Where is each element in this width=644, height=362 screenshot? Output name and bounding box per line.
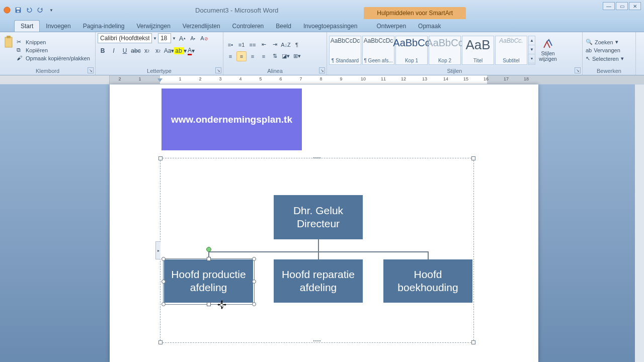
smartart-handle-bottom[interactable] [312, 340, 321, 344]
font-color-button[interactable]: A▾ [186, 46, 196, 56]
banner-shape[interactable]: www.ondernemingsplan.tk [162, 88, 302, 150]
align-left-button[interactable]: ≡ [225, 51, 235, 61]
style-kop2[interactable]: AaBbCcKop 2 [429, 36, 461, 65]
resize-handle-bm[interactable] [207, 302, 211, 306]
paragraph-dialog-launcher[interactable]: ↘ [319, 67, 325, 73]
clipboard-dialog-launcher[interactable]: ↘ [88, 67, 94, 73]
ribbon: ✂Knippen ⧉Kopiëren 🖌Opmaak kopiëren/plak… [0, 32, 644, 75]
copy-button[interactable]: ⧉Kopiëren [17, 47, 90, 54]
decrease-indent-button[interactable]: ⇤ [259, 40, 269, 50]
styles-scroll-down[interactable]: ▼ [529, 45, 535, 54]
org-node-director[interactable]: Dhr. Geluk Directeur [274, 195, 363, 239]
tab-beeld[interactable]: Beeld [270, 21, 297, 32]
style-geen-afstand[interactable]: AaBbCcDc¶ Geen afs... [362, 36, 394, 65]
minimize-button[interactable]: — [603, 2, 615, 10]
redo-icon[interactable] [36, 6, 44, 14]
grow-font-button[interactable]: A▴ [177, 34, 188, 43]
resize-handle-bl[interactable] [162, 302, 166, 306]
ribbon-tabs: Start Invoegen Pagina-indeling Verwijzin… [0, 20, 644, 32]
style-kop1[interactable]: AaBbCcKop 1 [395, 36, 428, 65]
clear-formatting-button[interactable]: A⊘ [198, 34, 210, 42]
tab-verwijzingen[interactable]: Verwijzingen [130, 21, 176, 32]
svg-point-0 [4, 7, 10, 13]
svg-rect-2 [17, 8, 20, 10]
group-clipboard: ✂Knippen ⧉Kopiëren 🖌Opmaak kopiëren/plak… [0, 32, 96, 75]
font-size-selector[interactable] [158, 33, 171, 43]
subscript-button[interactable]: x2 [142, 46, 152, 56]
italic-button[interactable]: I [109, 46, 119, 56]
smartart-handle-bl[interactable] [158, 340, 163, 344]
format-painter-button[interactable]: 🖌Opmaak kopiëren/plakken [17, 55, 90, 62]
tab-start[interactable]: Start [14, 20, 40, 32]
title-center: Document3 - Microsoft Word Hulpmiddelen … [58, 0, 603, 20]
resize-handle-br[interactable] [252, 302, 256, 306]
tab-ontwerpen[interactable]: Ontwerpen [370, 21, 412, 32]
font-name-dropdown-icon[interactable]: ▼ [153, 36, 157, 41]
bold-button[interactable]: B [98, 46, 108, 56]
vertical-scrollbar[interactable] [635, 84, 644, 362]
superscript-button[interactable]: x2 [153, 46, 163, 56]
office-button[interactable] [3, 6, 11, 14]
save-icon[interactable] [14, 6, 22, 14]
style-standaard[interactable]: AaBbCcDc¶ Standaard [329, 36, 361, 65]
styles-scroll-up[interactable]: ▲ [529, 36, 535, 45]
paste-button[interactable] [2, 35, 15, 65]
styles-dialog-launcher[interactable]: ↘ [575, 67, 581, 73]
change-case-button[interactable]: Aa▾ [164, 46, 174, 56]
undo-icon[interactable] [25, 6, 33, 14]
select-button[interactable]: ↖Selecteren ▾ [585, 55, 625, 62]
smartart-tools-label: Hulpmiddelen voor SmartArt [364, 7, 466, 19]
smartart-container[interactable]: ▸ Dhr. Geluk Directeur Hoofd productie a… [160, 158, 474, 343]
change-styles-button[interactable]: Stijlen wijzigen [536, 36, 559, 65]
style-subtitel[interactable]: AaBbCc.Subtitel [495, 36, 527, 65]
smartart-handle-top[interactable] [312, 157, 321, 161]
style-titel[interactable]: AaBTitel [462, 36, 494, 65]
smartart-textpane-toggle[interactable]: ▸ [155, 241, 160, 259]
align-center-button[interactable]: ≡ [236, 51, 247, 61]
org-node-repair[interactable]: Hoofd reparatie afdeling [274, 259, 363, 303]
font-dialog-launcher[interactable]: ↘ [215, 67, 221, 73]
borders-button[interactable]: ⊞▾ [292, 51, 302, 61]
font-size-dropdown-icon[interactable]: ▼ [172, 36, 176, 41]
underline-button[interactable]: U [120, 46, 130, 56]
shading-button[interactable]: ◪▾ [281, 51, 291, 61]
increase-indent-button[interactable]: ⇥ [270, 40, 280, 50]
replace-button[interactable]: abVervangen [585, 47, 625, 54]
org-node-production[interactable]: Hoofd productie afdeling [164, 259, 253, 303]
svg-rect-5 [7, 36, 11, 38]
align-right-button[interactable]: ≡ [248, 51, 258, 61]
bullets-button[interactable]: ≡• [225, 40, 235, 50]
tab-controleren[interactable]: Controleren [226, 21, 270, 32]
font-name-selector[interactable] [98, 33, 152, 43]
show-marks-button[interactable]: ¶ [292, 40, 302, 50]
horizontal-ruler[interactable]: 21123456789101112131415161718 [110, 75, 644, 84]
close-button[interactable]: ✕ [629, 2, 641, 10]
smartart-handle-tl[interactable] [158, 156, 163, 160]
connector-line [318, 251, 319, 259]
tab-pagina-indeling[interactable]: Pagina-indeling [77, 21, 131, 32]
qat-dropdown-icon[interactable]: ▼ [47, 6, 55, 14]
sort-button[interactable]: A↓Z [281, 40, 291, 50]
justify-button[interactable]: ≡ [259, 51, 269, 61]
group-font: ▼ ▼ A▴ A▾ A⊘ B I U abc x2 x2 Aa▾ ab▾ A▾ … [96, 32, 223, 75]
tab-opmaak[interactable]: Opmaak [412, 21, 447, 32]
maximize-button[interactable]: ▭ [616, 2, 628, 10]
tab-invoegen[interactable]: Invoegen [40, 21, 76, 32]
line-spacing-button[interactable]: ⇅ [270, 51, 280, 61]
styles-more[interactable]: ▾ [529, 54, 535, 63]
replace-icon: ab [586, 47, 592, 53]
find-button[interactable]: 🔍Zoeken ▾ [585, 38, 625, 46]
smartart-handle-br[interactable] [471, 340, 475, 344]
cut-label: Knippen [26, 39, 46, 45]
strikethrough-button[interactable]: abc [131, 46, 141, 56]
tab-invoegtoepassingen[interactable]: Invoegtoepassingen [297, 21, 363, 32]
tab-verzendlijsten[interactable]: Verzendlijsten [177, 21, 226, 32]
styles-group-label: Stijlen [329, 67, 580, 75]
cut-button[interactable]: ✂Knippen [17, 39, 90, 46]
smartart-handle-tr[interactable] [471, 156, 475, 160]
shrink-font-button[interactable]: A▾ [189, 35, 198, 42]
numbering-button[interactable]: ≡1 [236, 40, 247, 50]
org-node-bookkeeping[interactable]: Hoofd boekhouding [383, 259, 472, 303]
multilevel-button[interactable]: ≡≡ [248, 40, 258, 50]
highlight-button[interactable]: ab▾ [175, 46, 185, 56]
